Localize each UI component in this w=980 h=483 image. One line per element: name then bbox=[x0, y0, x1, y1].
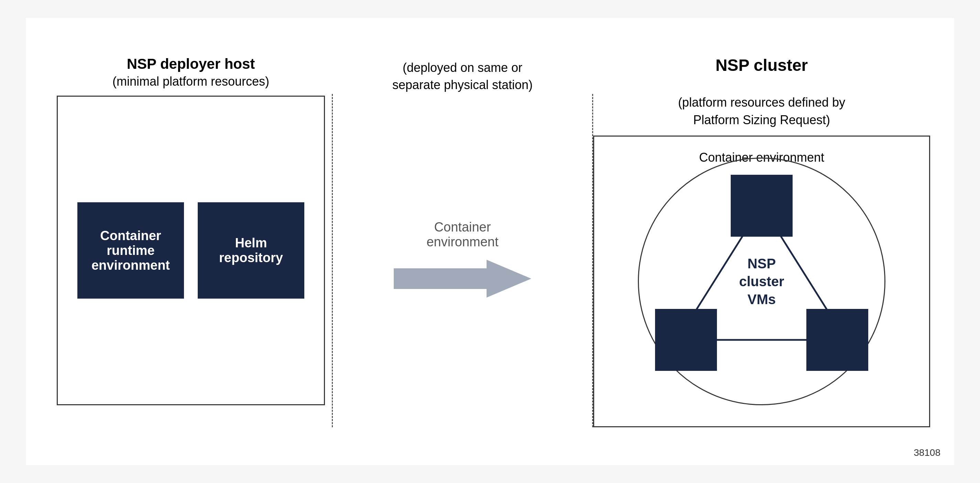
main-layout: NSP deployer host (minimal platform reso… bbox=[50, 56, 930, 427]
cluster-label: NSP cluster VMs bbox=[739, 255, 784, 308]
arrow-svg bbox=[394, 256, 531, 301]
left-box: Container runtime environment Helm repos… bbox=[57, 96, 325, 405]
svg-rect-6 bbox=[807, 309, 868, 371]
right-section-subtitle: (platform resources defined by Platform … bbox=[678, 77, 845, 129]
helm-repository-box: Helm repository bbox=[198, 202, 304, 299]
right-box: Container environment bbox=[593, 135, 930, 427]
svg-rect-5 bbox=[655, 309, 717, 371]
container-runtime-box: Container runtime environment bbox=[77, 202, 184, 299]
middle-top-text: (deployed on same or separate physical s… bbox=[385, 59, 539, 94]
svg-marker-0 bbox=[394, 260, 531, 298]
arrow-container bbox=[394, 256, 531, 301]
diagram-wrapper: NSP deployer host (minimal platform reso… bbox=[26, 18, 954, 465]
middle-section: (deployed on same or separate physical s… bbox=[332, 56, 593, 427]
left-section: NSP deployer host (minimal platform reso… bbox=[50, 56, 332, 427]
svg-rect-4 bbox=[731, 175, 792, 237]
arrow-label: Container environment bbox=[426, 220, 498, 249]
cluster-circle-area: NSP cluster VMs bbox=[628, 147, 896, 416]
right-section: NSP cluster (platform resources defined … bbox=[593, 56, 930, 427]
right-section-title: NSP cluster bbox=[716, 56, 808, 75]
middle-inner: Container environment bbox=[332, 94, 593, 427]
left-section-title: NSP deployer host bbox=[127, 56, 255, 72]
diagram-id: 38108 bbox=[914, 447, 940, 458]
left-section-subtitle: (minimal platform resources) bbox=[113, 74, 269, 89]
